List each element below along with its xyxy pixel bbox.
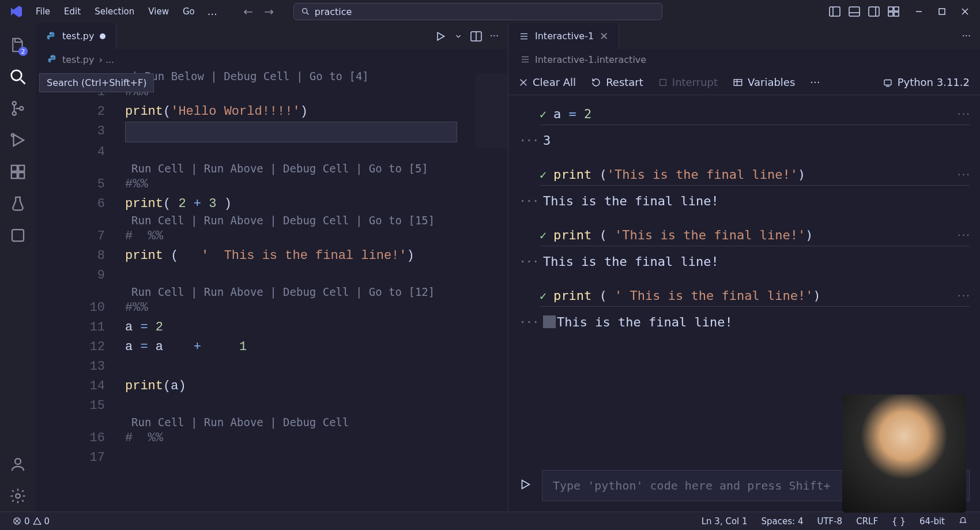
svg-rect-6 bbox=[869, 7, 879, 16]
status-notifications-icon[interactable] bbox=[952, 517, 974, 525]
more-actions-icon[interactable]: ··· bbox=[490, 31, 499, 42]
line-number: 16 bbox=[36, 428, 125, 448]
close-button[interactable] bbox=[953, 2, 977, 21]
cell-input[interactable]: ✓ a = 2 ··· bbox=[540, 103, 970, 125]
run-dropdown[interactable] bbox=[454, 32, 462, 40]
activity-source-control[interactable] bbox=[3, 92, 32, 124]
cell-input[interactable]: ✓ print ( ' This is the final line!') ··… bbox=[540, 285, 970, 307]
split-editor-icon[interactable] bbox=[470, 31, 482, 42]
check-icon: ✓ bbox=[540, 107, 546, 121]
line-number: 3 bbox=[36, 122, 125, 142]
close-icon[interactable]: ✕ bbox=[600, 30, 608, 42]
breadcrumb-left[interactable]: test.py › ... bbox=[36, 49, 508, 70]
svg-rect-22 bbox=[12, 165, 17, 171]
activity-testing[interactable] bbox=[3, 187, 32, 219]
menu-file[interactable]: File bbox=[29, 4, 57, 19]
activity-search[interactable] bbox=[3, 61, 32, 92]
svg-rect-8 bbox=[888, 7, 893, 11]
tab-interactive[interactable]: Interactive-1 ✕ bbox=[508, 23, 619, 49]
minimap[interactable] bbox=[476, 73, 508, 148]
svg-rect-26 bbox=[12, 230, 24, 241]
svg-rect-11 bbox=[894, 12, 899, 16]
command-center[interactable]: practice bbox=[293, 3, 662, 20]
expand-icon[interactable]: ··· bbox=[956, 290, 970, 301]
layout-sidebar-left-icon[interactable] bbox=[827, 3, 843, 20]
expand-icon[interactable]: ··· bbox=[956, 169, 970, 180]
svg-rect-9 bbox=[894, 7, 899, 11]
titlebar: File Edit Selection View Go … ← → practi… bbox=[0, 0, 980, 23]
activity-accounts[interactable] bbox=[3, 448, 32, 480]
layout-sidebar-right-icon[interactable] bbox=[866, 3, 882, 20]
line-number: 5 bbox=[36, 175, 125, 194]
tab-bar-left: test.py ··· bbox=[36, 23, 508, 49]
output-menu-icon[interactable]: ··· bbox=[519, 315, 535, 329]
python-file-icon bbox=[47, 54, 58, 65]
kernel-picker[interactable]: Python 3.11.2 bbox=[883, 76, 970, 88]
line-number: 6 bbox=[36, 194, 125, 214]
nav-forward-icon[interactable]: → bbox=[261, 3, 277, 20]
dirty-indicator-icon bbox=[100, 33, 105, 39]
menu-edit[interactable]: Edit bbox=[57, 4, 88, 19]
menu-selection[interactable]: Selection bbox=[88, 4, 141, 19]
nav-back-icon[interactable]: ← bbox=[240, 3, 257, 20]
line-number: 11 bbox=[36, 318, 125, 337]
activity-extensions[interactable] bbox=[3, 156, 32, 187]
svg-rect-2 bbox=[830, 7, 840, 16]
menu-more[interactable]: … bbox=[202, 3, 223, 20]
vscode-logo-icon bbox=[9, 5, 23, 18]
menu-view[interactable]: View bbox=[141, 4, 176, 19]
interactive-icon bbox=[520, 54, 530, 65]
svg-point-0 bbox=[302, 9, 307, 13]
minimize-button[interactable] bbox=[907, 2, 930, 21]
run-button[interactable] bbox=[435, 31, 446, 42]
breadcrumb-right[interactable]: Interactive-1.interactive bbox=[508, 49, 980, 70]
activity-settings[interactable] bbox=[3, 480, 32, 512]
line-number: 8 bbox=[36, 246, 125, 266]
status-encoding[interactable]: UTF-8 bbox=[810, 516, 849, 527]
output-menu-icon[interactable]: ··· bbox=[519, 133, 535, 148]
menu-go[interactable]: Go bbox=[176, 4, 202, 19]
svg-rect-10 bbox=[888, 12, 893, 16]
svg-rect-42 bbox=[734, 79, 742, 85]
line-number: 15 bbox=[36, 396, 125, 416]
svg-rect-45 bbox=[884, 80, 891, 85]
cell: ✓ print ( 'This is the final line!') ···… bbox=[519, 224, 970, 269]
webcam-overlay bbox=[842, 394, 966, 513]
status-spaces[interactable]: Spaces: 4 bbox=[755, 516, 811, 527]
expand-icon[interactable]: ··· bbox=[956, 108, 970, 119]
output-menu-icon[interactable]: ··· bbox=[519, 254, 535, 269]
cell-output: ··· This is the final line! bbox=[519, 307, 970, 329]
activity-extra[interactable] bbox=[3, 219, 32, 251]
activity-run-debug[interactable] bbox=[3, 124, 32, 156]
status-language[interactable]: { } bbox=[885, 516, 913, 527]
output-menu-icon[interactable]: ··· bbox=[519, 194, 535, 208]
activity-explorer[interactable]: 2 bbox=[3, 29, 32, 61]
expand-icon[interactable]: ··· bbox=[956, 230, 970, 240]
maximize-button[interactable] bbox=[930, 2, 953, 21]
clear-all-button[interactable]: Clear All bbox=[519, 76, 576, 88]
execute-input-button[interactable] bbox=[519, 478, 532, 493]
codelens-5[interactable]: Run Cell | Run Above | Debug Cell bbox=[36, 416, 508, 428]
layout-panel-icon[interactable] bbox=[846, 3, 862, 20]
status-cursor[interactable]: Ln 3, Col 1 bbox=[695, 516, 755, 527]
status-eol[interactable]: CRLF bbox=[849, 516, 885, 527]
cell-input[interactable]: ✓ print ('This is the final line!') ··· bbox=[540, 164, 970, 186]
cell-input[interactable]: ✓ print ( 'This is the final line!') ··· bbox=[540, 224, 970, 246]
python-file-icon bbox=[46, 31, 56, 42]
search-icon bbox=[301, 7, 310, 16]
variables-button[interactable]: Variables bbox=[733, 76, 795, 88]
codelens-3[interactable]: Run Cell | Run Above | Debug Cell | Go t… bbox=[36, 214, 508, 227]
tab-test-py[interactable]: test.py bbox=[36, 23, 116, 49]
tab-label: Interactive-1 bbox=[535, 31, 594, 42]
toolbar-more[interactable]: ··· bbox=[810, 76, 820, 88]
breadcrumb-file: test.py bbox=[62, 54, 94, 65]
code-editor[interactable]: | Run Below | Debug Cell | Go to [4] 1#%… bbox=[36, 70, 508, 512]
more-actions-icon[interactable]: ··· bbox=[962, 31, 971, 42]
line-number: 4 bbox=[36, 142, 125, 162]
layout-customize-icon[interactable] bbox=[885, 3, 902, 20]
codelens-2[interactable]: Run Cell | Run Above | Debug Cell | Go t… bbox=[36, 162, 508, 175]
restart-button[interactable]: Restart bbox=[591, 76, 643, 88]
status-problems[interactable]: 0 0 bbox=[6, 516, 56, 527]
status-python-version[interactable]: 64-bit bbox=[913, 516, 952, 527]
codelens-4[interactable]: Run Cell | Run Above | Debug Cell | Go t… bbox=[36, 285, 508, 298]
